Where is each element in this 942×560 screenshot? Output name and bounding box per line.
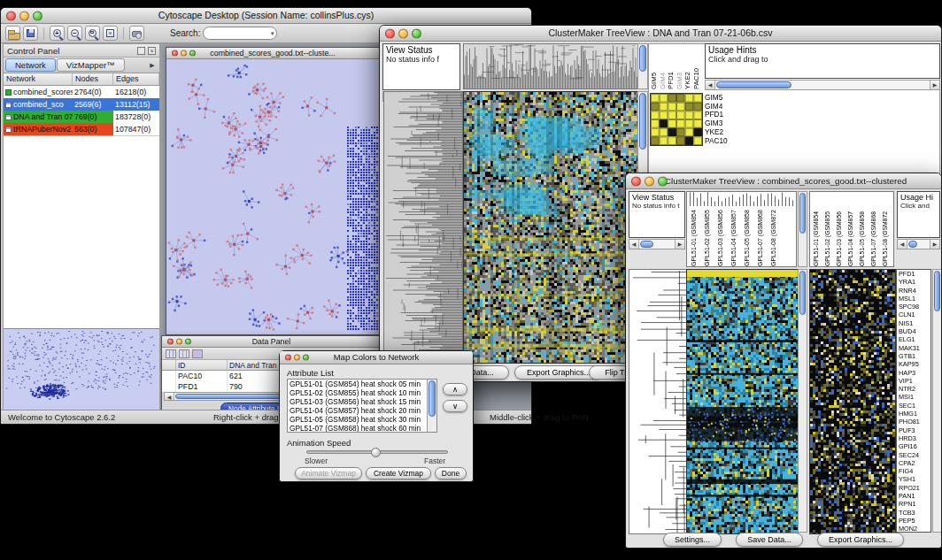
- gene-label[interactable]: MSI1: [897, 393, 930, 401]
- gene-label[interactable]: PAN1: [897, 492, 930, 500]
- zoom-in-icon[interactable]: +: [50, 26, 65, 41]
- row-dendrogram[interactable]: [629, 269, 687, 534]
- attribute-item[interactable]: GPL51-04 (GSM857) heat shock 20 min: [288, 406, 427, 415]
- attribute-list-scrollbar[interactable]: [427, 380, 436, 432]
- scrollbar-thumb[interactable]: [640, 241, 653, 248]
- gene-label[interactable]: MAK31: [897, 344, 930, 352]
- settings-button[interactable]: Settings...: [663, 533, 722, 547]
- main-titlebar[interactable]: Cytoscape Desktop (Session Name: collins…: [1, 8, 531, 24]
- attribute-item[interactable]: GPL51-01 (GSM854) heat shock 05 min: [288, 380, 427, 388]
- minimize-icon[interactable]: [176, 339, 182, 345]
- column-dendrogram[interactable]: [463, 43, 638, 89]
- network-row[interactable]: DNA and Tran 07 769(0) 183728(0): [4, 111, 159, 123]
- network-view-titlebar[interactable]: combined_scores_good.txt--cluste...: [166, 48, 379, 59]
- row-dendrogram[interactable]: [383, 91, 463, 364]
- save-data-button[interactable]: Save Data...: [736, 533, 803, 547]
- scrollbar-thumb[interactable]: [639, 93, 646, 150]
- gene-label[interactable]: RPO21: [897, 484, 930, 492]
- gene-label[interactable]: SPC98: [897, 303, 930, 311]
- open-session-icon[interactable]: [5, 26, 20, 41]
- float-panel-icon[interactable]: [137, 47, 145, 55]
- node-id-cell[interactable]: PFD1: [176, 381, 228, 392]
- scroll-right-icon[interactable]: ▶: [930, 240, 939, 249]
- scrollbar-thumb[interactable]: [429, 380, 436, 417]
- gene-label[interactable]: CLN1: [897, 311, 930, 318]
- scrollbar-thumb[interactable]: [799, 271, 806, 315]
- gene-label[interactable]: NIS1: [897, 319, 930, 327]
- network-canvas[interactable]: [166, 59, 379, 334]
- column-header[interactable]: Nodes: [73, 73, 113, 85]
- id-column-header[interactable]: ID: [176, 360, 228, 371]
- column-header[interactable]: Edges: [113, 73, 159, 85]
- gene-label[interactable]: RPN1: [897, 500, 930, 508]
- scrollbar-thumb[interactable]: [716, 81, 791, 88]
- gene-label[interactable]: SEC24: [897, 451, 930, 459]
- scroll-left-icon[interactable]: ◀: [165, 393, 174, 400]
- export-graphics-button[interactable]: Export Graphics...: [817, 533, 904, 547]
- attribute-item[interactable]: GPL51-03 (GSM856) heat shock 15 min: [288, 397, 427, 406]
- minimize-icon[interactable]: [19, 11, 29, 20]
- attribute-item[interactable]: GPL51-02 (GSM855) heat shock 10 min: [288, 388, 427, 397]
- close-icon[interactable]: [631, 176, 641, 186]
- maximize-icon[interactable]: [303, 355, 309, 361]
- dialog-titlebar[interactable]: Map Colors to Network: [280, 351, 473, 364]
- scrollbar-thumb[interactable]: [799, 193, 806, 234]
- maximize-icon[interactable]: [658, 176, 668, 186]
- gene-label[interactable]: YRA1: [897, 278, 930, 286]
- node-id-cell[interactable]: PAC10: [176, 371, 228, 381]
- create-vizmap-button[interactable]: Create Vizmap: [366, 467, 431, 479]
- maximize-icon[interactable]: [33, 11, 42, 20]
- close-panel-icon[interactable]: ×: [148, 47, 156, 55]
- column-dendrogram[interactable]: [687, 192, 796, 206]
- gene-label[interactable]: HAP3: [897, 369, 930, 377]
- close-icon[interactable]: [385, 28, 395, 38]
- gene-label[interactable]: GPI16: [897, 442, 930, 450]
- scroll-left-icon[interactable]: ◀: [706, 81, 715, 89]
- minimize-icon[interactable]: [181, 50, 187, 57]
- zoom-fit-icon[interactable]: [103, 26, 118, 41]
- gene-label[interactable]: PUF3: [897, 426, 930, 434]
- gene-label[interactable]: TCB3: [897, 509, 930, 517]
- minimize-icon[interactable]: [398, 28, 408, 38]
- view-status-scrollbar[interactable]: ◀ ▶: [629, 239, 685, 249]
- attribute-item[interactable]: GPL51-05 (GSM858) heat shock 30 min: [288, 415, 427, 424]
- gene-label[interactable]: HMG1: [897, 410, 930, 418]
- attribute-select-icon[interactable]: [179, 349, 189, 358]
- gene-label[interactable]: NTR2: [897, 385, 930, 393]
- treeview2-titlebar[interactable]: ClusterMaker TreeView : combined_scores_…: [626, 173, 941, 189]
- save-session-icon[interactable]: [23, 26, 38, 41]
- gene-label[interactable]: SEC1: [897, 402, 930, 410]
- column-dendrogram-scrollbar[interactable]: [637, 43, 648, 89]
- maximize-icon[interactable]: [189, 50, 196, 57]
- gene-label[interactable]: KAP95: [897, 360, 930, 368]
- scrollbar-thumb[interactable]: [908, 241, 917, 248]
- gene-label[interactable]: CPA2: [897, 459, 930, 467]
- gene-label[interactable]: FIG4: [897, 467, 930, 475]
- gene-label[interactable]: GTB1: [897, 352, 930, 360]
- zoom-out-icon[interactable]: −: [67, 26, 82, 41]
- tab[interactable]: VizMapper™: [57, 58, 125, 72]
- animation-speed-slider[interactable]: [306, 450, 448, 454]
- gene-label[interactable]: MSL1: [897, 295, 930, 303]
- gene-label[interactable]: PFD1: [897, 270, 930, 278]
- gene-label[interactable]: PHO81: [897, 418, 930, 426]
- attribute-item[interactable]: GPL51-07 (GSM868) heat shock 60 min: [288, 424, 427, 433]
- scroll-right-icon[interactable]: ▶: [930, 81, 939, 89]
- gene-label[interactable]: PEP5: [897, 517, 930, 525]
- expression-heatmap[interactable]: [463, 91, 638, 364]
- gene-label[interactable]: YSH1: [897, 475, 930, 483]
- column-header[interactable]: Network: [4, 73, 73, 85]
- move-up-button[interactable]: ∧: [443, 383, 467, 395]
- attribute-table-icon[interactable]: [166, 349, 176, 358]
- gene-label[interactable]: RNR4: [897, 287, 930, 295]
- data-panel-titlebar[interactable]: Data Panel: [162, 336, 381, 348]
- attribute-list[interactable]: GPL51-01 (GSM854) heat shock 05 minGPL51…: [287, 379, 437, 433]
- header-vscrollbar[interactable]: [798, 191, 807, 267]
- zoom-heatmap[interactable]: [809, 269, 896, 534]
- scroll-left-icon[interactable]: ◀: [898, 240, 907, 249]
- global-heatmap[interactable]: [686, 269, 799, 534]
- scrollbar-thumb[interactable]: [639, 45, 646, 72]
- zoom-selected-icon[interactable]: [85, 26, 100, 41]
- treeview1-titlebar[interactable]: ClusterMaker TreeView : DNA and Tran 07-…: [380, 26, 941, 42]
- minimize-icon[interactable]: [645, 176, 654, 186]
